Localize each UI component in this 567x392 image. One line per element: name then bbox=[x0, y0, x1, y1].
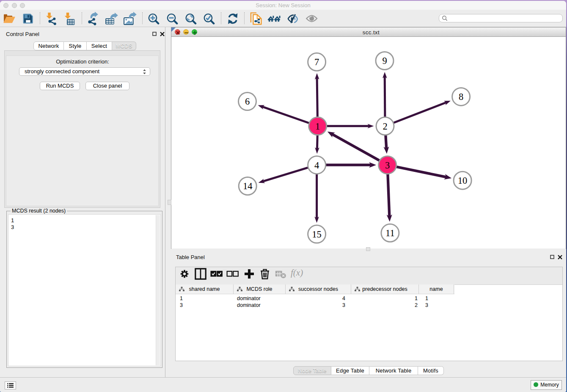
svg-text:10: 10 bbox=[458, 175, 468, 186]
svg-text:6: 6 bbox=[245, 96, 250, 107]
svg-text:2: 2 bbox=[383, 121, 387, 132]
svg-text:8: 8 bbox=[459, 91, 463, 102]
svg-text:14: 14 bbox=[243, 181, 253, 191]
svg-text:9: 9 bbox=[382, 55, 387, 66]
svg-text:3: 3 bbox=[385, 160, 390, 171]
svg-text:7: 7 bbox=[314, 57, 319, 67]
svg-text:4: 4 bbox=[314, 160, 319, 171]
svg-text:11: 11 bbox=[385, 228, 395, 238]
svg-text:15: 15 bbox=[312, 229, 322, 240]
svg-text:1: 1 bbox=[315, 121, 320, 132]
